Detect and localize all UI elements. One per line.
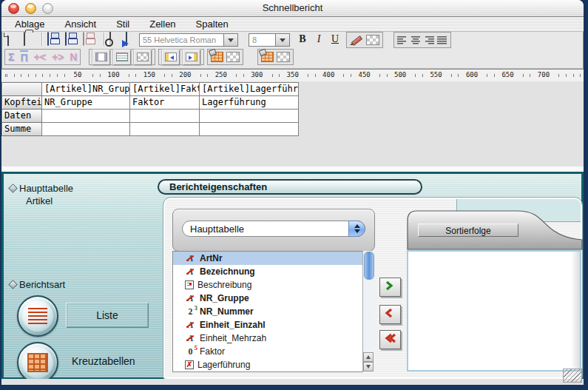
field-item-einheit_mehrzah[interactable]: AEinheit_Mehrzah xyxy=(173,332,373,345)
report-cell[interactable] xyxy=(199,109,299,123)
field-item-lagerführung[interactable]: ✗Lagerführung xyxy=(173,358,373,371)
quick-report-table: [Artikel]NR_Grupp[Artikel]Faktor[Artikel… xyxy=(2,83,299,136)
field-item-beschreibung[interactable]: Beschreibung xyxy=(173,278,373,292)
master-table-label: Haupttabelle xyxy=(10,183,73,194)
add-column-before-icon[interactable]: +< xyxy=(34,51,46,63)
ruler-tick-300: 300 xyxy=(247,71,266,78)
scroll-down-button[interactable] xyxy=(363,362,374,371)
underline-button[interactable]: U xyxy=(328,33,342,45)
alpha-field-icon: A xyxy=(185,320,196,330)
scrollbar-thumb[interactable] xyxy=(364,252,374,280)
field-list-scrollbar[interactable] xyxy=(362,251,374,372)
insert-column-right-button[interactable] xyxy=(183,50,200,65)
column-width-button[interactable] xyxy=(92,50,110,65)
menu-ansicht[interactable]: Ansicht xyxy=(64,19,96,30)
pattern-button[interactable] xyxy=(134,50,152,65)
cross-table-report-button[interactable] xyxy=(17,342,58,383)
font-size-dropdown-arrow-icon[interactable] xyxy=(276,33,290,47)
field-item-faktor[interactable]: 05Faktor xyxy=(173,345,373,358)
new-document-icon xyxy=(7,32,9,46)
report-cell[interactable] xyxy=(129,109,200,123)
sum-icon[interactable]: Σ xyxy=(8,51,14,63)
cross-table-option[interactable]: Kreuztabellen xyxy=(72,355,135,367)
color-tools-group xyxy=(346,32,383,48)
sort-order-list[interactable] xyxy=(407,250,581,371)
table-popup-box: Haupttabelle xyxy=(172,209,375,252)
remove-all-fields-button[interactable] xyxy=(379,330,401,349)
field-item-artnr[interactable]: AArtNr xyxy=(173,252,373,265)
field-item-nr_nummer[interactable]: 23NR_Nummer xyxy=(173,305,373,318)
toolbar-main: 55 Helvetica Roman 8 B I U xyxy=(1,32,584,47)
insert-column-left-button[interactable] xyxy=(162,50,180,65)
field-name: Einheit_Einzahl xyxy=(200,320,266,330)
column-header[interactable]: [Artikel]Faktor xyxy=(129,82,200,96)
row-label-kopfteil[interactable]: Kopfteil xyxy=(1,95,42,110)
real-field-icon: 05 xyxy=(185,346,196,357)
add-field-button[interactable] xyxy=(379,278,401,297)
field-list[interactable]: AArtNrABezeichnungBeschreibungANR_Gruppe… xyxy=(172,251,374,372)
remove-field-button[interactable] xyxy=(379,305,401,324)
italic-button[interactable]: I xyxy=(312,33,325,45)
bold-button[interactable]: B xyxy=(296,33,309,45)
field-item-nr_gruppe[interactable]: ANR_Gruppe xyxy=(173,292,373,305)
pencil-icon[interactable] xyxy=(350,35,363,45)
table-popup[interactable]: Haupttabelle xyxy=(182,221,365,237)
column-header[interactable]: [Artikel]NR_Grupp xyxy=(41,82,130,96)
field-name: NR_Nummer xyxy=(200,306,254,317)
print-preview-button[interactable] xyxy=(109,33,111,46)
menu-stil[interactable]: Stil xyxy=(116,19,129,30)
alt-fill-color-bucket-icon[interactable] xyxy=(261,52,274,62)
diamond-bullet-icon xyxy=(8,280,18,289)
ruler-tick-550: 550 xyxy=(427,71,446,78)
align-center-icon[interactable] xyxy=(410,36,421,44)
field-item-bezeichnung[interactable]: ABezeichnung xyxy=(173,265,373,278)
alt-fill-transparent-swatch-icon[interactable] xyxy=(277,52,290,62)
report-design-area[interactable]: [Artikel]NR_Grupp[Artikel]Faktor[Artikel… xyxy=(1,81,584,167)
repeated-values-icon[interactable]: Π xyxy=(20,50,27,64)
new-report-button[interactable] xyxy=(7,33,9,46)
font-dropdown[interactable]: 55 Helvetica Roman xyxy=(139,33,238,47)
table-corner-cell xyxy=(1,82,42,96)
fill-color-bucket-icon[interactable] xyxy=(211,52,223,62)
report-cell[interactable]: Lagerführung xyxy=(199,95,299,110)
alignment-group xyxy=(393,32,451,48)
scroll-up-button[interactable] xyxy=(363,352,374,362)
font-dropdown-arrow-icon[interactable] xyxy=(224,33,238,47)
revert-button[interactable] xyxy=(83,33,84,46)
save-button[interactable] xyxy=(47,33,49,46)
toolbar-separator xyxy=(41,33,42,46)
print-button[interactable] xyxy=(126,33,127,46)
field-item-einheit_einzahl[interactable]: AEinheit_Einzahl xyxy=(173,318,373,332)
list-report-button[interactable] xyxy=(17,295,58,337)
save-as-button[interactable] xyxy=(65,33,67,46)
report-cell[interactable] xyxy=(129,122,200,136)
menu-ablage[interactable]: Ablage xyxy=(15,19,44,30)
fill-transparent-swatch-icon[interactable] xyxy=(226,52,240,62)
title-bar[interactable]: Schnellbericht xyxy=(1,0,584,17)
align-right-icon[interactable] xyxy=(424,36,434,44)
page-break-icon[interactable]: N xyxy=(70,51,77,63)
open-report-button[interactable] xyxy=(24,33,25,46)
align-justify-icon[interactable] xyxy=(437,36,447,44)
properties-inner-panel: Haupttabelle AArtNrABezeichnungBeschreib… xyxy=(163,198,582,379)
resize-handle-icon[interactable] xyxy=(563,369,582,383)
insert-column-left-icon xyxy=(165,53,177,61)
row-label-daten[interactable]: Daten xyxy=(1,109,42,123)
report-cell[interactable] xyxy=(41,109,130,123)
report-cell[interactable]: NR_Gruppe xyxy=(41,95,130,110)
row-display-button[interactable] xyxy=(113,50,131,65)
list-report-option[interactable]: Liste xyxy=(66,303,149,328)
menu-spalten[interactable]: Spalten xyxy=(196,19,229,30)
menu-zellen[interactable]: Zellen xyxy=(149,19,175,30)
master-table-value: Artikel xyxy=(26,195,53,206)
font-size-dropdown[interactable]: 8 xyxy=(249,33,290,47)
add-column-after-icon[interactable]: +> xyxy=(52,51,64,63)
report-cell[interactable] xyxy=(199,122,299,136)
column-header[interactable]: [Artikel]Lagerführun xyxy=(199,82,299,96)
report-cell[interactable] xyxy=(41,122,130,136)
row-label-summe[interactable]: Summe xyxy=(1,122,42,136)
report-cell[interactable]: Faktor xyxy=(129,95,200,110)
transparent-swatch-icon[interactable] xyxy=(366,35,379,45)
popup-stepper-icon[interactable] xyxy=(348,221,365,237)
align-left-icon[interactable] xyxy=(397,36,408,44)
